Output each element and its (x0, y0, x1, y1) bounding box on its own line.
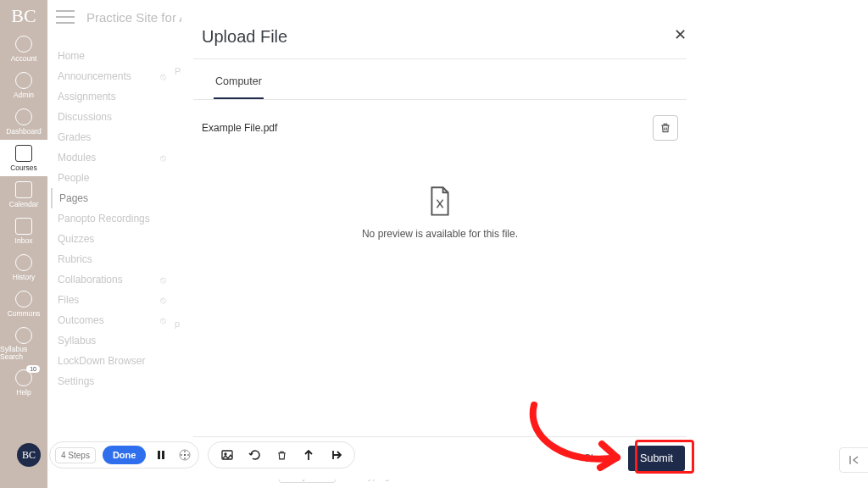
inbox-icon (15, 218, 32, 235)
svg-point-6 (185, 451, 186, 452)
global-nav-admin[interactable]: Admin (0, 67, 47, 103)
blur-icon[interactable] (176, 446, 193, 463)
course-nav-label: Files (58, 294, 79, 306)
hidden-icon: ⦸ (160, 152, 166, 164)
course-nav-item[interactable]: Panopto Recordings (51, 208, 170, 229)
global-nav-history[interactable]: History (0, 249, 47, 286)
delete-file-button[interactable] (653, 115, 678, 141)
course-nav-item[interactable]: Discussions (51, 107, 170, 127)
arrow-up-icon[interactable] (300, 446, 317, 463)
file-row: Example File.pdf (200, 110, 680, 146)
exit-icon[interactable] (327, 446, 344, 463)
app-logo[interactable]: BC (11, 5, 36, 27)
modal-title: Upload File (202, 27, 678, 47)
course-nav-item[interactable]: Assignments (51, 86, 170, 107)
global-nav-syllabus-search[interactable]: Syllabus Search (0, 322, 47, 364)
close-button[interactable]: Close (575, 446, 618, 470)
bg-p-char: p (175, 319, 180, 329)
course-nav-label: Home (58, 50, 85, 62)
admin-icon (15, 72, 32, 89)
trash-icon[interactable] (273, 446, 290, 463)
course-nav-label: Collaborations (58, 274, 123, 286)
global-nav-help[interactable]: 10 Help (0, 364, 47, 401)
course-nav-label: Modules (58, 152, 96, 164)
dashboard-icon (15, 108, 32, 125)
hidden-icon: ⦸ (160, 315, 166, 326)
course-nav-item[interactable]: People (51, 168, 170, 188)
global-nav-label: Commons (8, 309, 41, 318)
course-nav-item[interactable]: Pages (51, 188, 170, 208)
course-nav-item[interactable]: Announcements⦸ (51, 66, 170, 86)
courses-icon (15, 145, 32, 162)
no-preview-text: No preview is available for this file. (181, 228, 698, 240)
close-icon[interactable]: ✕ (674, 25, 687, 44)
svg-rect-1 (162, 451, 164, 459)
course-nav-label: Announcements (58, 70, 131, 82)
course-nav-item[interactable]: LockDown Browser (51, 351, 170, 371)
undo-icon[interactable] (246, 446, 263, 463)
course-nav-item[interactable]: Collaborations⦸ (51, 269, 170, 290)
course-nav-item[interactable]: Settings (51, 371, 170, 391)
file-name: Example File.pdf (202, 122, 653, 134)
course-nav-label: Grades (58, 131, 91, 143)
hidden-icon: ⦸ (160, 274, 166, 286)
course-nav-label: LockDown Browser (58, 355, 145, 367)
upload-source-tabs: Computer (193, 59, 687, 100)
chevron-left-bar-icon (848, 455, 861, 465)
syllabus-search-icon (15, 327, 32, 344)
trash-icon (659, 122, 671, 134)
course-nav-item[interactable]: Syllabus (51, 330, 170, 351)
course-nav-label: Syllabus (58, 335, 96, 347)
course-nav-label: Settings (58, 375, 94, 387)
help-badge: 10 (26, 365, 40, 373)
commons-icon (15, 291, 32, 308)
svg-rect-0 (158, 451, 160, 459)
course-nav-label: Pages (59, 192, 88, 204)
global-nav-label: Dashboard (6, 127, 42, 136)
steps-badge[interactable]: 4 Steps (55, 447, 96, 463)
course-nav-item[interactable]: Grades (51, 127, 170, 147)
collapse-sidebar-button[interactable] (839, 447, 868, 473)
tutorial-pill: 4 Steps Done (49, 441, 199, 469)
global-nav-commons[interactable]: Commons (0, 286, 47, 322)
tutorial-toolbar: BC 4 Steps Done (17, 439, 355, 471)
course-nav-label: Panopto Recordings (58, 213, 150, 225)
course-nav-item[interactable]: Rubrics (51, 249, 170, 269)
global-nav-inbox[interactable]: Inbox (0, 213, 47, 249)
course-nav-item[interactable]: Outcomes⦸ (51, 310, 170, 330)
global-nav: BC Account Admin Dashboard Courses Calen… (0, 0, 47, 488)
course-nav-item[interactable]: Home (51, 46, 170, 66)
svg-point-4 (181, 454, 183, 456)
image-icon[interactable] (219, 446, 236, 463)
global-nav-label: Inbox (15, 236, 33, 245)
editor-toolbar-pill (208, 441, 355, 469)
pause-icon[interactable] (153, 446, 170, 463)
global-nav-courses[interactable]: Courses (0, 140, 47, 176)
modal-header: Upload File (181, 12, 698, 58)
course-nav-item[interactable]: Quizzes (51, 229, 170, 249)
file-preview: No preview is available for this file. (181, 186, 698, 240)
mini-logo[interactable]: BC (17, 443, 41, 467)
svg-point-3 (184, 454, 186, 456)
submit-button[interactable]: Submit (628, 446, 685, 471)
calendar-icon (15, 181, 32, 198)
svg-point-7 (185, 458, 186, 459)
course-nav-label: Assignments (58, 91, 116, 103)
course-nav: HomeAnnouncements⦸AssignmentsDiscussions… (51, 46, 170, 391)
user-icon (15, 36, 32, 53)
file-icon (427, 186, 453, 217)
course-nav-item[interactable]: Modules⦸ (51, 147, 170, 168)
course-nav-label: Rubrics (58, 253, 92, 265)
upload-file-modal: Upload File ✕ Computer Example File.pdf … (181, 12, 698, 480)
done-button[interactable]: Done (103, 446, 147, 464)
global-nav-account[interactable]: Account (0, 30, 47, 67)
global-nav-dashboard[interactable]: Dashboard (0, 103, 47, 140)
global-nav-label: Help (16, 388, 31, 396)
tab-computer[interactable]: Computer (214, 75, 264, 99)
svg-point-9 (225, 453, 226, 455)
global-nav-calendar[interactable]: Calendar (0, 176, 47, 213)
hidden-icon: ⦸ (160, 295, 166, 306)
course-nav-label: Quizzes (58, 233, 94, 245)
hamburger-icon[interactable] (56, 10, 75, 24)
course-nav-item[interactable]: Files⦸ (51, 290, 170, 310)
